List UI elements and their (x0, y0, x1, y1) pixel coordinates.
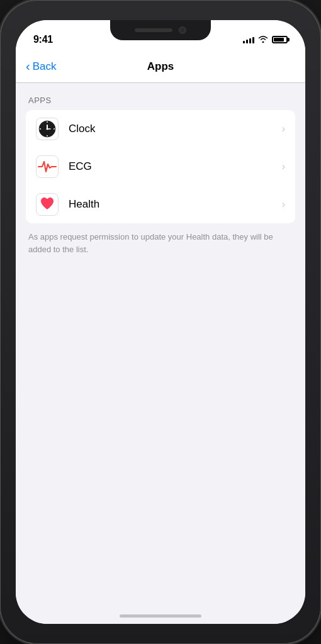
health-app-icon (36, 193, 59, 216)
svg-point-3 (47, 121, 48, 123)
speaker (135, 28, 172, 32)
ecg-app-icon (36, 155, 59, 178)
camera (179, 26, 186, 34)
wifi-icon (258, 35, 268, 45)
clock-label: Clock (69, 123, 282, 135)
list-item[interactable]: Health › (26, 186, 295, 223)
notch (110, 20, 211, 40)
page-title: Apps (147, 60, 174, 73)
list-item[interactable]: ECG › (26, 148, 295, 186)
back-button[interactable]: ‹ Back (26, 60, 56, 73)
apps-list: Clock › ECG › (26, 110, 295, 223)
signal-bar-4 (252, 37, 254, 43)
chevron-right-icon: › (282, 123, 285, 135)
navigation-bar: ‹ Back Apps (16, 50, 305, 83)
svg-point-4 (47, 135, 48, 136)
svg-point-9 (47, 128, 48, 130)
battery-icon (272, 36, 288, 43)
signal-icon (243, 36, 254, 43)
content-area: APPS (16, 83, 305, 624)
signal-bar-2 (246, 40, 248, 43)
list-item[interactable]: Clock › (26, 110, 295, 148)
footer-description: As apps request permission to update you… (16, 223, 305, 263)
battery-fill (274, 38, 284, 42)
status-icons (243, 35, 288, 45)
home-indicator[interactable] (120, 614, 201, 618)
chevron-right-icon: › (282, 199, 285, 210)
ecg-label: ECG (69, 160, 282, 173)
chevron-right-icon: › (282, 161, 285, 172)
svg-point-5 (40, 128, 41, 130)
signal-bar-3 (249, 38, 251, 43)
section-label: APPS (16, 83, 305, 110)
clock-app-icon (36, 118, 59, 140)
svg-point-6 (54, 128, 55, 130)
status-time: 9:41 (33, 34, 53, 45)
health-label: Health (69, 198, 282, 211)
phone-screen: 9:41 (16, 20, 305, 624)
back-label: Back (33, 60, 57, 73)
phone-frame: 9:41 (0, 0, 321, 644)
back-chevron-icon: ‹ (26, 60, 30, 72)
signal-bar-1 (243, 41, 245, 43)
